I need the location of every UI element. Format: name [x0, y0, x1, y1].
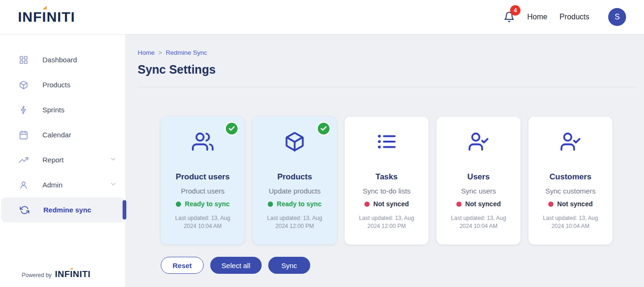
last-updated: Last updated: 13, Aug 2024 10:04 AM — [543, 214, 598, 230]
last-updated-line2: 2024 12:00 PM — [267, 222, 322, 230]
sync-cards-row: Product users Product users Ready to syn… — [161, 117, 612, 245]
sidebar-item-label: Calendar — [42, 131, 71, 139]
nav-home-link[interactable]: Home — [527, 13, 547, 21]
logo-accent-letter: I — [42, 9, 46, 25]
status-dot-icon — [548, 202, 553, 207]
card-title: Tasks — [376, 172, 398, 182]
card-title: Products — [277, 172, 312, 182]
last-updated-line1: Last updated: 13, Aug — [543, 214, 598, 222]
selected-check-icon — [317, 122, 330, 135]
sync-card-product-users[interactable]: Product users Product users Ready to syn… — [161, 117, 245, 245]
package-icon — [284, 131, 305, 152]
sprint-icon — [19, 105, 28, 115]
sync-button[interactable]: Sync — [268, 257, 310, 274]
last-updated: Last updated: 13, Aug 2024 10:04 AM — [175, 214, 231, 230]
sidebar-item-label: Admin — [42, 181, 63, 189]
list-icon — [376, 131, 397, 152]
last-updated-line2: 2024 10:04 AM — [543, 222, 598, 230]
powered-by-logo: INFINITI — [55, 269, 91, 279]
logo-text: INF — [18, 9, 42, 25]
sync-card-customers[interactable]: Customers Sync customers Not synced Last… — [528, 117, 612, 245]
trending-up-icon — [19, 155, 28, 165]
sidebar-item-admin[interactable]: Admin — [0, 172, 125, 197]
last-updated-line2: 2024 10:04 AM — [451, 222, 506, 230]
last-updated-line1: Last updated: 13, Aug — [267, 214, 322, 222]
chevron-down-icon — [109, 155, 117, 164]
top-header: INFINITI 4 Home Products S — [0, 0, 644, 34]
status-dot-icon — [364, 202, 370, 207]
last-updated-line1: Last updated: 13, Aug — [359, 214, 414, 222]
sidebar-item-label: Products — [42, 81, 70, 89]
card-subtitle: Sync users — [461, 187, 496, 195]
notifications-button[interactable]: 4 — [504, 11, 515, 23]
powered-by-text: Powered by — [22, 272, 51, 279]
breadcrumb-current[interactable]: Redmine Sync — [165, 49, 207, 56]
select-all-button[interactable]: Select all — [210, 257, 262, 274]
last-updated-line2: 2024 12:00 PM — [359, 222, 414, 230]
sidebar-item-products[interactable]: Products — [0, 72, 125, 97]
header-actions: 4 Home Products S — [504, 8, 626, 26]
status-text: Not synced — [373, 200, 409, 208]
actions-row: Reset Select all Sync — [161, 257, 612, 274]
last-updated: Last updated: 13, Aug 2024 12:00 PM — [359, 214, 414, 230]
sidebar-item-label: Redmine sync — [43, 206, 91, 214]
last-updated: Last updated: 13, Aug 2024 12:00 PM — [267, 214, 322, 230]
last-updated-line2: 2024 10:04 AM — [175, 222, 231, 230]
sidebar-item-label: Report — [42, 156, 64, 164]
package-icon — [19, 80, 28, 90]
status-text: Not synced — [557, 200, 593, 208]
sidebar-item-redmine-sync[interactable]: Redmine sync — [1, 197, 125, 222]
users-icon — [192, 131, 214, 152]
nav-products-link[interactable]: Products — [560, 13, 589, 21]
sidebar-item-label: Sprints — [42, 106, 65, 114]
grid-icon — [19, 55, 28, 65]
powered-logo-suffix: NITI — [73, 269, 91, 279]
sidebar-item-report[interactable]: Report — [0, 147, 125, 172]
breadcrumb-separator: > — [158, 49, 162, 56]
card-title: Product users — [176, 172, 230, 182]
card-title: Customers — [550, 172, 592, 182]
breadcrumb: Home > Redmine Sync — [138, 49, 636, 56]
reset-button[interactable]: Reset — [161, 257, 204, 274]
sidebar-item-label: Dashboard — [42, 56, 77, 64]
status-dot-icon — [456, 202, 462, 207]
status-badge: Ready to sync — [268, 200, 322, 208]
sync-card-tasks[interactable]: Tasks Sync to-do lists Not synced Last u… — [345, 117, 429, 245]
powered-by: Powered by INFINITI — [0, 269, 125, 287]
last-updated: Last updated: 13, Aug 2024 10:04 AM — [451, 214, 506, 230]
user-check-icon — [468, 131, 489, 152]
card-title: Users — [467, 172, 489, 182]
status-dot-icon — [176, 202, 181, 207]
powered-logo-text: INF — [55, 269, 70, 279]
card-subtitle: Sync to-do lists — [363, 187, 411, 195]
user-check-icon — [560, 131, 581, 152]
chevron-down-icon — [109, 180, 117, 189]
selected-check-icon — [225, 122, 239, 135]
sync-icon — [20, 205, 29, 215]
page-title: Sync Settings — [138, 63, 636, 76]
powered-logo-accent: I — [70, 269, 73, 279]
card-subtitle: Product users — [181, 187, 225, 195]
user-avatar[interactable]: S — [608, 8, 626, 26]
breadcrumb-home-link[interactable]: Home — [138, 49, 155, 56]
status-text: Not synced — [465, 200, 501, 208]
sidebar: Dashboard Products Sprints Calendar Repo… — [0, 34, 126, 287]
status-text: Ready to sync — [277, 200, 322, 208]
card-subtitle: Sync customers — [545, 187, 596, 195]
status-badge: Not synced — [456, 200, 501, 208]
title-divider — [138, 87, 636, 87]
sidebar-item-sprints[interactable]: Sprints — [0, 97, 125, 122]
status-badge: Not synced — [364, 200, 409, 208]
status-badge: Not synced — [548, 200, 593, 208]
main-content: Home > Redmine Sync Sync Settings Produc… — [126, 34, 644, 287]
last-updated-line1: Last updated: 13, Aug — [451, 214, 506, 222]
sidebar-item-calendar[interactable]: Calendar — [0, 122, 125, 147]
status-badge: Ready to sync — [176, 200, 230, 208]
status-text: Ready to sync — [185, 200, 230, 208]
sidebar-item-dashboard[interactable]: Dashboard — [0, 47, 125, 72]
sync-card-users[interactable]: Users Sync users Not synced Last updated… — [437, 117, 520, 245]
infiniti-logo[interactable]: INFINITI — [18, 9, 75, 25]
sync-card-products[interactable]: Products Update products Ready to sync L… — [253, 117, 337, 245]
last-updated-line1: Last updated: 13, Aug — [175, 214, 231, 222]
user-icon — [19, 180, 28, 190]
